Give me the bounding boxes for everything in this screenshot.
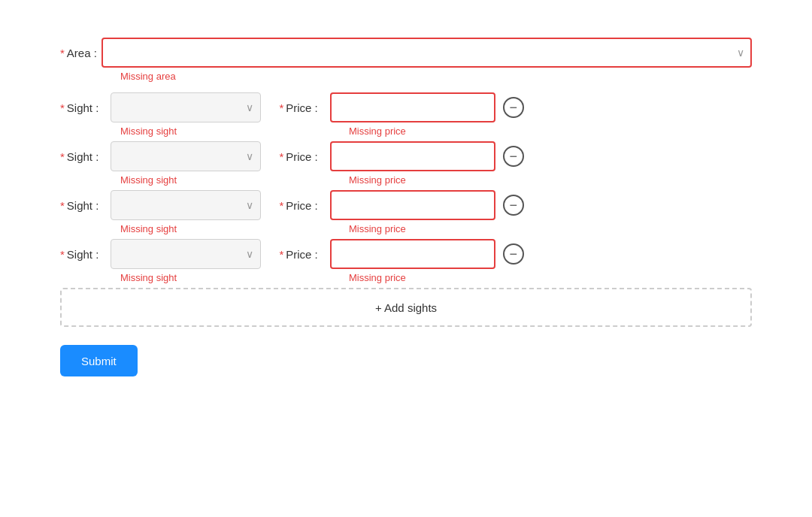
price-required-star-1: * bbox=[279, 101, 283, 114]
price-required-star-2: * bbox=[279, 150, 283, 163]
sight-group-4: * Sight : ∨ * Price : − Missing sight bbox=[60, 239, 752, 283]
price-label-text-3: Price : bbox=[286, 199, 318, 212]
sight-label-2: * Sight : bbox=[60, 150, 98, 163]
price-label-text-2: Price : bbox=[286, 150, 318, 163]
price-input-2[interactable] bbox=[330, 141, 495, 171]
sight-label-4: * Sight : bbox=[60, 248, 98, 261]
sight-errors-2: Missing sight Missing price bbox=[120, 174, 752, 186]
sight-label-3: * Sight : bbox=[60, 199, 98, 212]
price-error-text-1: Missing price bbox=[349, 125, 514, 137]
sight-select-wrapper-2: ∨ bbox=[111, 141, 261, 171]
remove-sight-button-1[interactable]: − bbox=[503, 97, 524, 118]
area-error: Missing area bbox=[120, 71, 752, 82]
area-select-wrapper: ∨ bbox=[102, 38, 752, 68]
price-label-wrapper-2: * Price : bbox=[279, 150, 317, 163]
sight-row-1: * Sight : ∨ * Price : − bbox=[60, 92, 752, 122]
sight-error-text-2: Missing sight bbox=[120, 174, 304, 186]
area-label-wrapper: * Area : bbox=[60, 47, 97, 59]
sight-required-star-3: * bbox=[60, 199, 65, 212]
price-required-star-4: * bbox=[279, 248, 283, 261]
price-error-text-4: Missing price bbox=[349, 272, 514, 283]
sight-select-1[interactable] bbox=[111, 92, 261, 122]
remove-sight-button-4[interactable]: − bbox=[503, 243, 524, 265]
sight-select-wrapper-4: ∨ bbox=[111, 239, 261, 269]
sight-select-wrapper-3: ∨ bbox=[111, 190, 261, 220]
sight-select-3[interactable] bbox=[111, 190, 261, 220]
sights-list: * Sight : ∨ * Price : − Missing sight bbox=[60, 92, 752, 283]
submit-button[interactable]: Submit bbox=[60, 345, 138, 376]
add-sights-button[interactable]: + Add sights bbox=[60, 288, 752, 327]
remove-sight-button-2[interactable]: − bbox=[503, 146, 524, 167]
sight-label-text-4: Sight : bbox=[67, 248, 99, 261]
sight-row-3: * Sight : ∨ * Price : − bbox=[60, 190, 752, 220]
sight-label-text-2: Sight : bbox=[67, 150, 99, 163]
price-label-text-4: Price : bbox=[286, 248, 318, 261]
sight-group-3: * Sight : ∨ * Price : − Missing sight bbox=[60, 190, 752, 234]
sight-group-2: * Sight : ∨ * Price : − Missing sight bbox=[60, 141, 752, 186]
form-container: * Area : ∨ Missing area * Sight : bbox=[30, 23, 782, 392]
price-label-wrapper-3: * Price : bbox=[279, 199, 317, 212]
price-input-4[interactable] bbox=[330, 239, 495, 269]
price-required-star-3: * bbox=[279, 199, 283, 212]
sight-error-text-4: Missing sight bbox=[120, 272, 304, 283]
price-label-wrapper-4: * Price : bbox=[279, 248, 317, 261]
sight-row-2: * Sight : ∨ * Price : − bbox=[60, 141, 752, 171]
sight-group-1: * Sight : ∨ * Price : − Missing sight bbox=[60, 92, 752, 137]
price-label-wrapper-1: * Price : bbox=[279, 101, 317, 114]
price-error-text-2: Missing price bbox=[349, 174, 514, 186]
sight-select-2[interactable] bbox=[111, 141, 261, 171]
sight-error-text-1: Missing sight bbox=[120, 125, 304, 137]
sight-errors-4: Missing sight Missing price bbox=[120, 272, 752, 283]
price-input-3[interactable] bbox=[330, 190, 495, 220]
price-label-text-1: Price : bbox=[286, 101, 318, 114]
remove-sight-button-3[interactable]: − bbox=[503, 195, 524, 216]
sight-required-star-4: * bbox=[60, 248, 65, 261]
sight-select-wrapper-1: ∨ bbox=[111, 92, 261, 122]
sight-label-1: * Sight : bbox=[60, 101, 98, 114]
sight-errors-3: Missing sight Missing price bbox=[120, 223, 752, 234]
area-row: * Area : ∨ bbox=[60, 38, 752, 68]
sight-errors-1: Missing sight Missing price bbox=[120, 125, 752, 137]
sight-row-4: * Sight : ∨ * Price : − bbox=[60, 239, 752, 269]
area-required-star: * bbox=[60, 47, 65, 59]
sight-error-text-3: Missing sight bbox=[120, 223, 304, 234]
add-sights-label: + Add sights bbox=[375, 301, 437, 314]
area-label: Area : bbox=[67, 47, 97, 59]
price-error-text-3: Missing price bbox=[349, 223, 514, 234]
sight-required-star-2: * bbox=[60, 150, 65, 163]
price-input-1[interactable] bbox=[330, 92, 495, 122]
area-select[interactable] bbox=[102, 38, 752, 68]
sight-select-4[interactable] bbox=[111, 239, 261, 269]
sight-required-star-1: * bbox=[60, 101, 65, 114]
sight-label-text-1: Sight : bbox=[67, 101, 99, 114]
sight-label-text-3: Sight : bbox=[67, 199, 99, 212]
